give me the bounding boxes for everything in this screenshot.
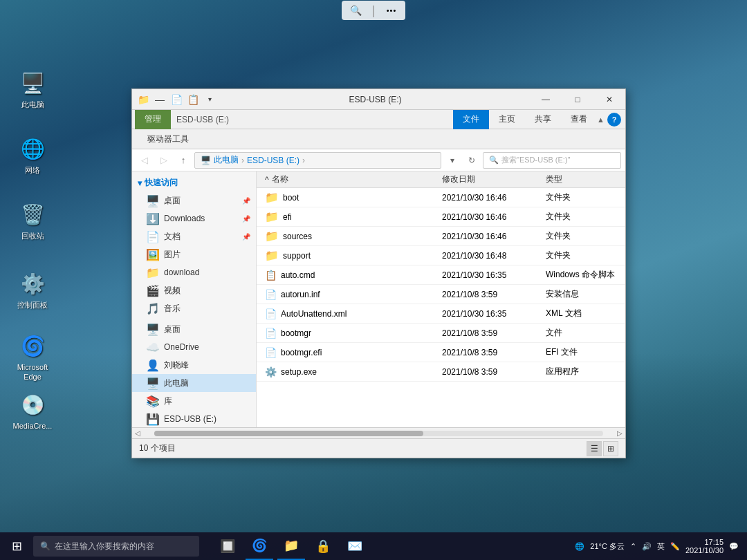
ribbon: 管理 ESD-USB (E:) 文件主页共享查看 ▲ ? 驱动器工具 (132, 110, 625, 149)
col-name-label[interactable]: 名称 (272, 174, 288, 185)
desktop-icon-mediacre[interactable]: 💿 MediaCre... (8, 391, 57, 431)
maximize-button[interactable]: □ (562, 89, 593, 110)
path-drive[interactable]: ESD-USB (E:) (247, 156, 299, 165)
explorer-taskbar-button[interactable]: 📁 (277, 532, 305, 560)
pin-icon: 📌 (242, 215, 250, 223)
tab-主页[interactable]: 主页 (489, 110, 525, 129)
sidebar-item-downloads[interactable]: ⬇️ Downloads 📌 (132, 209, 256, 227)
tab-文件[interactable]: 文件 (453, 110, 489, 129)
file-row[interactable]: 📁 boot 2021/10/30 16:46 文件夹 (257, 188, 625, 207)
help-button[interactable]: ? (607, 113, 621, 127)
close-button[interactable]: ✕ (593, 89, 625, 110)
sidebar-item-videos[interactable]: 🎬 视频 (132, 281, 256, 299)
sidebar-item-user[interactable]: 👤 刘晓峰 (132, 356, 256, 374)
file-row[interactable]: 📋 auto.cmd 2021/10/30 16:35 Windows 命令脚本… (257, 265, 625, 285)
details-view-button[interactable]: ☰ (587, 441, 602, 456)
tab-共享[interactable]: 共享 (525, 110, 561, 129)
restore-down-icon[interactable]: — (153, 93, 167, 106)
file-row[interactable]: 📄 autorun.inf 2021/10/8 3:59 安装信息 1 K (257, 285, 625, 304)
expand-icon[interactable]: ▲ (597, 115, 605, 124)
tab-查看[interactable]: 查看 (561, 110, 597, 129)
caret-up-icon[interactable]: ⌃ (630, 542, 636, 551)
back-button[interactable]: ◁ (136, 152, 153, 169)
my-computer-label: 此电脑 (21, 100, 44, 109)
quick-access-header[interactable]: ▾ 快速访问 (132, 174, 256, 192)
my-computer-icon: 🖥️ (19, 69, 46, 97)
speaker-icon[interactable]: 🔊 (642, 542, 652, 551)
content-area: ▾ 快速访问 🖥️ 桌面 📌 ⬇️ Downloads 📌 📄 文档 📌 🖼️ … (132, 171, 625, 427)
col-type-label[interactable]: 类型 (546, 174, 625, 185)
taskbar-search[interactable]: 🔍 在这里输入你要搜索的内容 (33, 536, 199, 557)
forward-button[interactable]: ▷ (156, 152, 172, 169)
expand-toolbar-icon[interactable]: ▾ (203, 93, 216, 106)
mail-button[interactable]: ✉️ (341, 532, 369, 560)
sidebar-item-library[interactable]: 📚 库 (132, 392, 256, 410)
taskbar-clock[interactable]: 17:15 2021/10/30 (685, 538, 723, 554)
file-row[interactable]: ⚙️ setup.exe 2021/10/8 3:59 应用程序 93 K (257, 362, 625, 382)
sidebar-item-documents[interactable]: 📄 文档 📌 (132, 227, 256, 245)
sidebar-item-desktop2[interactable]: 🖥️ 桌面 (132, 320, 256, 338)
file-name-0: boot (283, 193, 299, 203)
globe-icon: 🌐 (575, 542, 584, 551)
edge-taskbar-button[interactable]: 🌀 (246, 532, 273, 560)
start-button[interactable]: ⊞ (0, 532, 33, 560)
path-pc[interactable]: 此电脑 (214, 154, 239, 166)
edge-label: Microsoft Edge (8, 362, 57, 382)
up-button[interactable]: ↑ (175, 152, 192, 169)
control-panel-label: 控制面板 (17, 300, 48, 310)
tab-drive-tools[interactable]: 驱动器工具 (138, 129, 199, 149)
sidebar: ▾ 快速访问 🖥️ 桌面 📌 ⬇️ Downloads 📌 📄 文档 📌 🖼️ … (132, 171, 257, 427)
search-icon[interactable]: 🔍 (347, 3, 364, 18)
minimize-button[interactable]: — (530, 89, 562, 110)
library-label: 库 (164, 395, 172, 407)
separator: | (365, 3, 382, 18)
address-path[interactable]: 🖥️ 此电脑 › ESD-USB (E:) › (194, 152, 441, 169)
file-type-9: 应用程序 (546, 366, 625, 377)
sidebar-item-download2[interactable]: 📁 download (132, 263, 256, 281)
path-separator2: › (302, 156, 305, 165)
tab-manage[interactable]: 管理 (135, 110, 171, 129)
properties-icon[interactable]: 📋 (186, 93, 200, 106)
horizontal-scrollbar[interactable]: ◁ ▷ (132, 427, 625, 438)
edge-icon: 🌀 (19, 332, 46, 360)
desktop-icon-control-panel[interactable]: ⚙️ 控制面板 (8, 270, 57, 310)
sidebar-item-esd-usb[interactable]: 💾 ESD-USB (E:) (132, 410, 256, 427)
lock-button[interactable]: 🔒 (309, 532, 337, 560)
file-icon-8: 📄 (265, 347, 277, 358)
sidebar-item-pictures[interactable]: 🖼️ 图片 (132, 245, 256, 263)
explorer-window: 📁 — 📄 📋 ▾ ESD-USB (E:) — □ ✕ 管理 ESD-USB … (131, 88, 626, 458)
desktop-icon-recycle-bin[interactable]: 🗑️ 回收站 (8, 200, 57, 241)
file-row[interactable]: 📁 sources 2021/10/30 16:46 文件夹 (257, 227, 625, 246)
ribbon-sub-tabs: 驱动器工具 (132, 129, 625, 149)
documents-label: 文档 (164, 231, 181, 243)
sidebar-item-this-pc[interactable]: 🖥️ 此电脑 (132, 374, 256, 392)
file-type-5: 安装信息 (546, 288, 625, 300)
file-row[interactable]: 📄 bootmgr.efi 2021/10/8 3:59 EFI 文件 1,95… (257, 343, 625, 362)
quick-access-toolbar-new[interactable]: 📄 (169, 93, 183, 106)
file-name-9: setup.exe (281, 367, 317, 377)
desktop: 🖥️ 此电脑 🌐 网络 🗑️ 回收站 ⚙️ 控制面板 🌀 Microsoft E… (0, 0, 747, 560)
file-row[interactable]: 📁 support 2021/10/30 16:48 文件夹 (257, 246, 625, 265)
large-icons-view-button[interactable]: ⊞ (603, 441, 618, 456)
file-row[interactable]: 📄 bootmgr 2021/10/8 3:59 文件 427 K (257, 324, 625, 343)
esd-usb-label: ESD-USB (E:) (164, 414, 216, 424)
file-date-1: 2021/10/30 16:46 (442, 212, 546, 222)
address-dropdown-icon[interactable]: ▾ (444, 152, 461, 169)
sidebar-item-desktop[interactable]: 🖥️ 桌面 📌 (132, 192, 256, 209)
language-indicator[interactable]: 英 (657, 541, 665, 552)
file-row[interactable]: 📄 AutoUnattend.xml 2021/10/30 16:35 XML … (257, 304, 625, 324)
desktop-icon-network[interactable]: 🌐 网络 (8, 135, 57, 175)
desktop-icon-my-computer[interactable]: 🖥️ 此电脑 (8, 69, 57, 109)
pen-icon[interactable]: ✏️ (670, 542, 680, 551)
search-box[interactable]: 🔍 搜索"ESD-USB (E:)" (483, 152, 621, 169)
more-options-icon[interactable]: ••• (383, 3, 400, 18)
desktop-icon-edge[interactable]: 🌀 Microsoft Edge (8, 332, 57, 382)
notification-icon[interactable]: 💬 (729, 542, 739, 551)
sidebar-item-onedrive[interactable]: ☁️ OneDrive (132, 338, 256, 356)
task-view-button[interactable]: 🔲 (214, 532, 241, 560)
refresh-button[interactable]: ↻ (463, 152, 480, 169)
file-row[interactable]: 📁 efi 2021/10/30 16:46 文件夹 (257, 207, 625, 227)
sidebar-item-music[interactable]: 🎵 音乐 (132, 299, 256, 317)
col-date-label[interactable]: 修改日期 (442, 174, 546, 185)
network-label: 网络 (25, 165, 40, 175)
